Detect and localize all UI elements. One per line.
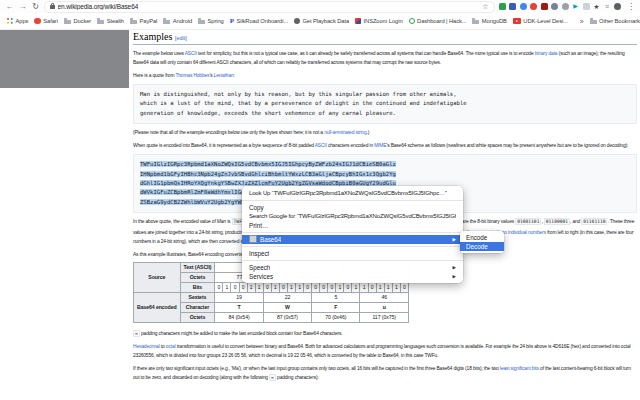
text-segment: (Please note that all of the example enc… [133, 130, 324, 135]
bookmark-item[interactable]: Get Playback Data [294, 18, 349, 24]
teal-arrow-extension-icon[interactable]: ▶ [572, 3, 579, 10]
address-bar[interactable]: en.wikipedia.org/wiki/Base64 ☆ [44, 1, 495, 13]
folder-icon [130, 20, 137, 25]
menu-item-search-google[interactable]: Search Google for “TWFuIGlzIGRpc3Rpbmd1a… [242, 212, 463, 221]
bookmark-item[interactable]: Dashboard | Hack... [409, 18, 467, 24]
wiki-link[interactable]: ASCII [185, 51, 197, 56]
edit-link[interactable]: edit [176, 35, 185, 41]
wiki-link[interactable]: least significant bits [500, 366, 539, 371]
bookmark-label: SilkRoad Onboardi... [236, 18, 288, 24]
table-cell: 0 [215, 282, 223, 292]
red-circle-extension-icon[interactable] [530, 3, 537, 10]
apps-icon [6, 18, 13, 25]
table-cell: 84 (0x54) [215, 312, 263, 322]
text-segment: Man [217, 219, 226, 224]
padlock-icon [50, 5, 55, 9]
bookmark-item[interactable]: UDK-Level Desi... [513, 18, 568, 24]
forward-icon[interactable]: → [18, 0, 27, 13]
table-cell: 0 [263, 282, 271, 292]
bookmarks-overflow-chevron-icon[interactable]: » [580, 18, 584, 25]
back-icon[interactable]: ← [5, 0, 14, 13]
bookmark-label: Apps [16, 18, 29, 24]
profile-avatar[interactable] [614, 3, 621, 10]
wiki-link[interactable]: ASCII [315, 143, 327, 148]
globe-icon [294, 18, 300, 24]
bookmark-item[interactable]: INSZoom Login [355, 18, 402, 24]
text-segment: 01101110 [581, 218, 607, 225]
url-text[interactable]: en.wikipedia.org/wiki/Base64 [58, 3, 139, 10]
colorful-icon [355, 18, 361, 24]
reload-icon[interactable]: ↻ [31, 0, 40, 13]
browser-menu-kebab-icon[interactable]: ⋮ [627, 2, 635, 11]
bookmark-item[interactable]: SilkRoad Onboardi... [230, 18, 288, 25]
menu-item-base64[interactable]: Base64▶ [242, 235, 463, 244]
wiki-link[interactable]: binary data [535, 51, 558, 56]
folder-icon [198, 20, 205, 25]
wiki-link[interactable]: octal [166, 344, 176, 349]
dark-star-extension-icon[interactable]: ★ [593, 3, 600, 10]
wiki-link[interactable]: Leviathan [214, 73, 234, 78]
browser-window: ← → ↻ en.wikipedia.org/wiki/Base64 ☆ ▶★≡… [0, 0, 640, 400]
light-square-extension-icon[interactable] [583, 3, 590, 10]
table-cell: 1 [360, 282, 368, 292]
bookmark-item[interactable]: PayPal [130, 18, 157, 24]
blue-circle-extension-icon[interactable] [520, 3, 527, 10]
table-cell: u [360, 302, 408, 312]
quote-block: Man is distinguished, not only by his re… [133, 84, 637, 124]
submenu-item-decode[interactable]: Decode [460, 242, 504, 251]
menu-item-inspect[interactable]: Inspect [242, 249, 463, 258]
table-header-cell: Octets [180, 272, 215, 282]
gray-circle-extension-icon[interactable] [562, 3, 569, 10]
text-segment: = [133, 330, 140, 337]
bookmark-item[interactable]: Android [163, 18, 192, 24]
bookmark-item[interactable]: Apps [6, 18, 28, 25]
other-bookmarks-button[interactable]: Other Bookmarks [590, 18, 640, 24]
table-cell: T [215, 302, 263, 312]
menu-item-print[interactable]: Print… [242, 221, 463, 230]
table-cell: 1 [247, 282, 255, 292]
blue-p-icon [230, 18, 234, 25]
bookmark-item[interactable]: Safari [34, 18, 58, 25]
section-heading: Examples [edit] [133, 31, 637, 45]
submenu-item-encode[interactable]: Encode [460, 233, 504, 242]
table-cell: 0 [231, 282, 239, 292]
text-segment: 's Base64 scheme as follows (newlines an… [386, 143, 628, 148]
table-header-cell: Sextets [180, 292, 215, 302]
wiki-link[interactable]: Thomas Hobbes [175, 73, 209, 78]
bookmark-star-icon[interactable]: ☆ [482, 3, 488, 11]
table-cell: W [263, 302, 311, 312]
table-cell: 0 [400, 282, 408, 292]
menu-separator [242, 246, 463, 247]
table-cell: 22 [263, 292, 311, 302]
paragraph-when-encoded: When quote is encoded into Base64, it is… [133, 141, 637, 150]
wiki-link[interactable]: null-terminated string [324, 130, 366, 135]
text-segment: padding characters): [276, 375, 319, 380]
table-cell: 117 (0x75) [360, 312, 408, 322]
blue-square-extension-icon[interactable] [509, 3, 516, 10]
slate-circle-extension-icon[interactable] [551, 3, 558, 10]
folder-icon [97, 20, 104, 25]
menu-item-copy[interactable]: Copy [242, 203, 463, 212]
acrobat-extension-icon[interactable] [541, 3, 548, 10]
submenu-arrow-icon: ▶ [453, 272, 456, 281]
list-extension-icon[interactable]: ≡ [604, 3, 611, 10]
table-cell: 70 (0x46) [312, 312, 360, 322]
table-cell: 46 [360, 292, 408, 302]
menu-item-look-up[interactable]: Look Up “TWFuIGlzIGRpc3Rpbmd1aXNoZWQsIG5… [242, 189, 463, 198]
bookmark-item[interactable]: Spring [198, 18, 224, 24]
cast-extension-icon[interactable] [499, 3, 506, 10]
menu-item-label: Print… [249, 221, 268, 230]
extensions-row: ▶★≡ [499, 3, 622, 10]
menu-item-speech[interactable]: Speech▶ [242, 263, 463, 272]
selected-base64-line[interactable]: TWFuIGlzIGRpc3Rpbmd1aXNoZWQsIG5vdCBvbmx5… [140, 161, 396, 167]
menu-item-services[interactable]: Services▶ [242, 272, 463, 281]
wiki-link[interactable]: MIME [374, 143, 386, 148]
paragraph-note: (Please note that all of the example enc… [133, 128, 637, 137]
bookmark-item[interactable]: Docker [64, 18, 91, 24]
bookmark-item[interactable]: Stealth [97, 18, 124, 24]
browser-toolbar: ← → ↻ en.wikipedia.org/wiki/Base64 ☆ ▶★≡… [0, 0, 640, 13]
bookmark-item[interactable]: MongoDB [472, 18, 507, 24]
wiki-link[interactable]: Hexadecimal [133, 344, 160, 349]
selected-base64-line[interactable]: IHNpbmd1bGFyIHBhc3Npb24gZnJvbSBvdGhlciBh… [140, 171, 396, 177]
table-cell: 0 [304, 282, 312, 292]
